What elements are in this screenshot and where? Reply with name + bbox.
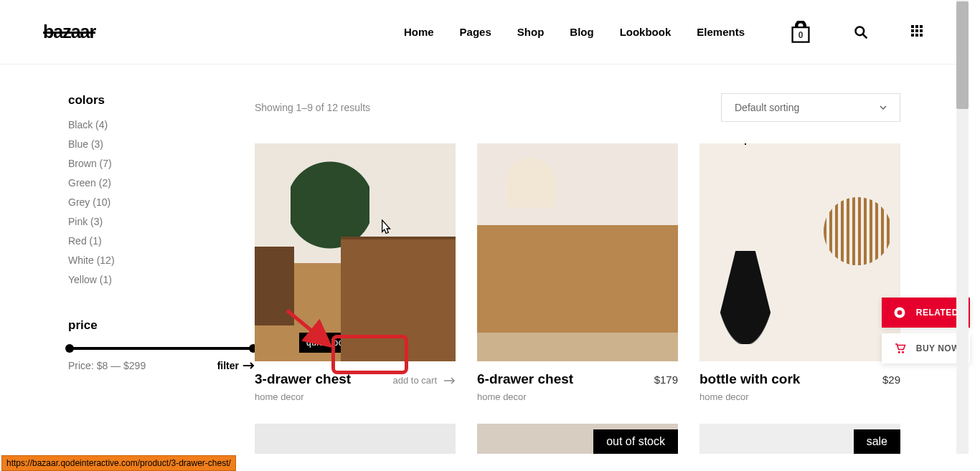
color-filter[interactable]: Black (4) — [68, 119, 255, 130]
color-filter[interactable]: Red (1) — [68, 235, 255, 247]
related-label: RELATED — [916, 308, 958, 318]
nav-pages[interactable]: Pages — [460, 26, 491, 38]
svg-line-1 — [863, 34, 867, 38]
main-nav: Home Pages Shop Blog Lookbook Elements 0 — [404, 21, 925, 44]
product-card[interactable]: 6-drawer chest $179 home decor — [477, 143, 678, 402]
nav-home[interactable]: Home — [404, 26, 434, 38]
nav-elements[interactable]: Elements — [697, 26, 745, 38]
product-name[interactable]: 3-drawer chest — [255, 371, 351, 387]
product-image[interactable]: sale — [699, 424, 900, 454]
color-filter[interactable]: Blue (3) — [68, 138, 255, 150]
add-to-cart-button[interactable]: add to cart — [393, 375, 456, 386]
price-slider[interactable] — [68, 347, 255, 350]
quick-look-button[interactable]: quick look — [299, 333, 355, 353]
colors-title: colors — [68, 93, 255, 108]
nav-lookbook[interactable]: Lookbook — [620, 26, 672, 38]
product-category[interactable]: home decor — [255, 391, 456, 402]
scrollbar[interactable] — [956, 0, 969, 454]
wishlist-icon[interactable]: ♡ — [403, 337, 413, 350]
search-icon[interactable] — [854, 25, 868, 39]
buy-now-label: BUY NOW — [916, 343, 960, 353]
color-filter[interactable]: Yellow (1) — [68, 274, 255, 285]
color-filter[interactable]: White (12) — [68, 254, 255, 266]
product-image[interactable] — [255, 424, 456, 454]
menu-grid-icon[interactable] — [911, 25, 925, 39]
color-filter[interactable]: Brown (7) — [68, 158, 255, 169]
product-card[interactable]: sale — [699, 424, 900, 454]
product-card[interactable]: bottle with cork $29 home decor — [699, 143, 900, 402]
colors-list: Black (4) Blue (3) Brown (7) Green (2) G… — [68, 119, 255, 285]
color-filter[interactable]: Pink (3) — [68, 216, 255, 227]
product-image[interactable]: quick look ♡ — [255, 143, 456, 361]
product-image[interactable] — [477, 143, 678, 361]
product-name[interactable]: 6-drawer chest — [477, 371, 573, 387]
svg-point-7 — [897, 310, 902, 315]
product-category[interactable]: home decor — [699, 391, 900, 402]
scrollbar-thumb[interactable] — [956, 1, 969, 109]
qode-icon — [892, 305, 908, 320]
slider-handle-min[interactable] — [65, 344, 74, 353]
out-of-stock-badge: out of stock — [593, 429, 678, 454]
filter-button[interactable]: filter — [217, 360, 255, 371]
product-card[interactable]: quick look ♡ 3-drawer chest add to cart … — [255, 143, 456, 402]
product-price: $29 — [882, 374, 900, 386]
svg-point-8 — [897, 351, 900, 353]
product-card[interactable] — [255, 424, 456, 454]
logo[interactable]: bazaar — [43, 22, 95, 42]
content: Showing 1–9 of 12 results Default sortin… — [255, 93, 900, 454]
nav-blog[interactable]: Blog — [570, 26, 593, 38]
cart-icon — [892, 341, 908, 356]
product-image[interactable] — [699, 143, 900, 361]
results-text: Showing 1–9 of 12 results — [255, 102, 370, 113]
sort-dropdown[interactable]: Default sorting — [721, 93, 900, 122]
sale-badge: sale — [854, 429, 900, 454]
sort-label: Default sorting — [735, 102, 799, 113]
chevron-down-icon — [880, 105, 887, 110]
product-card[interactable]: out of stock — [477, 424, 678, 454]
svg-point-9 — [902, 351, 904, 353]
cart-icon[interactable]: 0 — [791, 21, 811, 44]
header: bazaar Home Pages Shop Blog Lookbook Ele… — [0, 0, 969, 65]
product-price: $179 — [654, 374, 678, 386]
price-title: price — [68, 318, 255, 333]
sidebar: colors Black (4) Blue (3) Brown (7) Gree… — [68, 93, 255, 454]
color-filter[interactable]: Grey (10) — [68, 196, 255, 208]
nav-shop[interactable]: Shop — [517, 26, 545, 38]
price-range-text: Price: $8 — $299 — [68, 360, 146, 371]
product-name[interactable]: bottle with cork — [699, 371, 800, 387]
svg-point-0 — [856, 27, 864, 35]
product-image[interactable]: out of stock — [477, 424, 678, 454]
color-filter[interactable]: Green (2) — [68, 177, 255, 189]
cart-count: 0 — [798, 30, 804, 40]
product-category[interactable]: home decor — [477, 391, 678, 402]
